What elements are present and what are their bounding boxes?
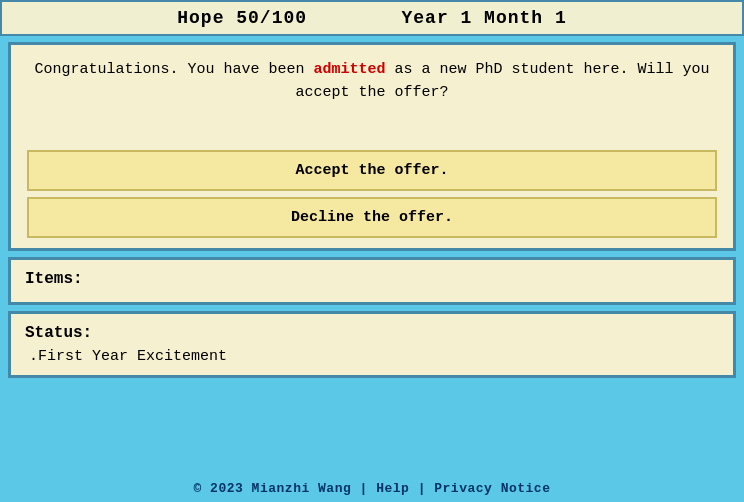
status-item-1: .First Year Excitement: [25, 348, 719, 365]
year-month-label: Year 1 Month 1: [402, 8, 567, 28]
status-panel: Status: .First Year Excitement: [8, 311, 736, 378]
footer: © 2023 Mianzhi Wang | Help | Privacy Not…: [0, 475, 744, 502]
items-label: Items:: [25, 270, 83, 288]
dialog-text: Congratulations. You have been admitted …: [27, 59, 717, 104]
dialog-box: Congratulations. You have been admitted …: [8, 42, 736, 251]
accept-button[interactable]: Accept the offer.: [27, 150, 717, 191]
status-title: Status:: [25, 324, 719, 342]
items-panel: Items:: [8, 257, 736, 305]
header-bar: Hope 50/100 Year 1 Month 1: [0, 0, 744, 36]
buttons-area: Accept the offer. Decline the offer.: [27, 150, 717, 238]
dialog-text-before: Congratulations. You have been: [34, 61, 313, 78]
footer-text: © 2023 Mianzhi Wang | Help | Privacy Not…: [194, 481, 551, 496]
dialog-spacer: [27, 112, 717, 142]
decline-button[interactable]: Decline the offer.: [27, 197, 717, 238]
admitted-word: admitted: [313, 61, 385, 78]
hope-label: Hope 50/100: [177, 8, 307, 28]
main-area: Congratulations. You have been admitted …: [0, 36, 744, 475]
